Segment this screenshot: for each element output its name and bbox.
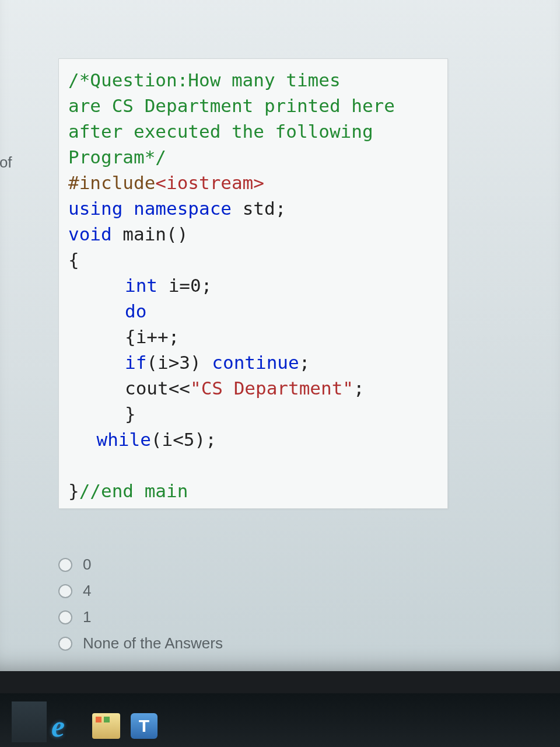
quiz-window: 3 d ut of /*Question:How many times are … <box>0 0 560 671</box>
code-token: ; <box>299 352 310 373</box>
taskbar: e T <box>0 693 560 747</box>
code-token: std; <box>243 198 286 219</box>
code-token: i=0; <box>158 275 212 296</box>
code-token: namespace <box>134 198 232 219</box>
code-token: (i<5); <box>151 429 216 450</box>
radio-icon[interactable] <box>58 637 72 651</box>
question-content: /*Question:How many times are CS Departm… <box>58 58 537 661</box>
code-token: <iostream> <box>155 172 264 193</box>
code-token: do <box>125 301 146 322</box>
radio-icon[interactable] <box>58 558 72 572</box>
code-comment: after executed the following <box>68 121 373 142</box>
code-token: #include <box>68 172 155 193</box>
question-sidebar: 3 d ut of <box>0 70 38 175</box>
code-comment: /*Question:How many times <box>68 69 341 90</box>
sidebar-text-2: ut of <box>0 151 38 174</box>
code-token: {i++; <box>125 326 179 347</box>
code-comment: //end main <box>79 480 188 501</box>
answer-options: 0 4 1 None of the Answers <box>58 556 537 652</box>
code-token: void <box>68 224 112 245</box>
code-token: main() <box>112 224 188 245</box>
code-token: } <box>68 480 79 501</box>
code-comment: Program*/ <box>68 146 166 167</box>
taskbar-app-icon[interactable] <box>12 701 47 742</box>
code-token: cout<< <box>125 378 190 399</box>
code-token: } <box>125 403 136 424</box>
internet-explorer-icon[interactable]: e <box>51 709 65 743</box>
radio-icon[interactable] <box>58 610 72 624</box>
taskbar-t-app-icon[interactable]: T <box>131 713 158 739</box>
question-number: 3 <box>0 71 38 104</box>
answer-option-4[interactable]: 4 <box>58 582 537 600</box>
answer-label: 0 <box>83 556 91 574</box>
code-comment: are CS Department printed here <box>68 95 395 116</box>
file-explorer-icon[interactable] <box>92 713 120 739</box>
answer-option-none[interactable]: None of the Answers <box>58 634 537 652</box>
code-token: "CS Department" <box>190 378 354 399</box>
sidebar-text-1: d <box>0 127 38 150</box>
answer-option-0[interactable]: 0 <box>58 556 537 574</box>
code-block: /*Question:How many times are CS Departm… <box>58 58 448 509</box>
radio-icon[interactable] <box>58 584 72 598</box>
code-token: ; <box>354 378 365 399</box>
answer-label: None of the Answers <box>83 634 223 652</box>
code-token: int <box>125 275 158 296</box>
code-token: continue <box>212 352 299 373</box>
code-token: while <box>97 429 151 450</box>
answer-label: 4 <box>83 582 91 600</box>
code-token: (i>3) <box>146 352 212 373</box>
code-token: if <box>125 352 146 373</box>
answer-option-1[interactable]: 1 <box>58 608 537 626</box>
code-token: using <box>68 198 123 219</box>
answer-label: 1 <box>83 608 91 626</box>
code-token: { <box>68 249 79 270</box>
